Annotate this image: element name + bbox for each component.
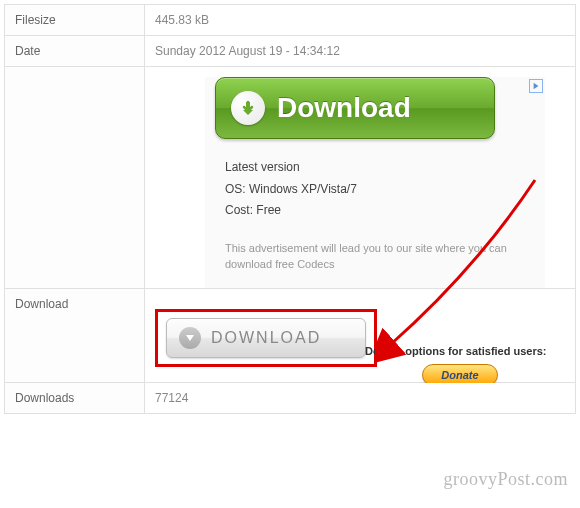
ad-download-button[interactable]: Download (215, 77, 495, 139)
row-date: Date Sunday 2012 August 19 - 14:34:12 (5, 36, 575, 67)
ad-info-block: Latest version OS: Windows XP/Vista/7 Co… (205, 139, 545, 230)
download-button-label: DOWNLOAD (211, 329, 321, 347)
ad-info-cost: Cost: Free (225, 200, 525, 222)
label-downloads: Downloads (5, 383, 145, 413)
info-table: Filesize 445.83 kB Date Sunday 2012 Augu… (4, 4, 576, 414)
real-download-button[interactable]: DOWNLOAD (166, 318, 366, 358)
value-filesize: 445.83 kB (145, 5, 575, 35)
ad-button-label: Download (277, 92, 411, 124)
row-downloads-count: Downloads 77124 (5, 383, 575, 413)
value-downloads: 77124 (145, 383, 575, 413)
adchoices-icon[interactable] (529, 79, 543, 93)
ad-disclaimer-text: This advertisement will lead you to our … (205, 230, 545, 273)
value-download: DOWNLOAD Donate options for satisfied us… (145, 289, 575, 382)
advertisement-box: Download Latest version OS: Windows XP/V… (205, 77, 545, 288)
row-advertisement: Download Latest version OS: Windows XP/V… (5, 67, 575, 289)
download-arrow-icon (231, 91, 265, 125)
value-date: Sunday 2012 August 19 - 14:34:12 (145, 36, 575, 66)
ad-info-version: Latest version (225, 157, 525, 179)
donate-label: Donate options for satisfied users: (365, 344, 555, 359)
label-filesize: Filesize (5, 5, 145, 35)
watermark-text: groovyPost.com (443, 469, 568, 490)
ad-info-os: OS: Windows XP/Vista/7 (225, 179, 525, 201)
label-download: Download (5, 289, 145, 382)
label-date: Date (5, 36, 145, 66)
download-arrow-icon (179, 327, 201, 349)
label-ad-empty (5, 67, 145, 288)
value-ad: Download Latest version OS: Windows XP/V… (145, 67, 575, 288)
row-download: Download DOWNLOAD Donate options for sat… (5, 289, 575, 383)
row-filesize: Filesize 445.83 kB (5, 5, 575, 36)
highlight-annotation: DOWNLOAD (155, 309, 377, 367)
